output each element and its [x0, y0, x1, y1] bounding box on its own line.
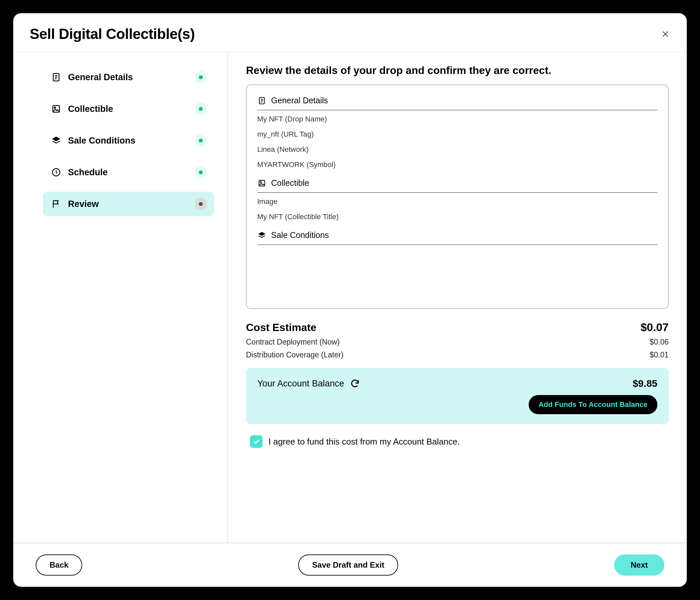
balance-amount: $9.85 [633, 378, 657, 389]
review-section-collectible: Collectible [257, 175, 657, 193]
review-section-title: General Details [271, 96, 328, 105]
step-status-complete [195, 103, 207, 115]
review-line: Image [257, 193, 657, 208]
add-funds-button[interactable]: Add Funds To Account Balance [529, 395, 657, 414]
main-content[interactable]: Review the details of your drop and conf… [228, 52, 687, 543]
modal-body: General Details Collectible Sale Conditi… [13, 52, 687, 543]
review-heading: Review the details of your drop and conf… [246, 64, 669, 77]
sidebar-item-label: General Details [68, 72, 195, 82]
close-button[interactable] [660, 29, 670, 39]
sidebar-item-label: Review [68, 199, 195, 209]
save-draft-button[interactable]: Save Draft and Exit [298, 554, 398, 576]
refresh-icon [350, 379, 360, 388]
review-section-title: Sale Conditions [271, 230, 329, 240]
sidebar-item-label: Collectible [68, 104, 195, 114]
step-status-complete [195, 71, 207, 83]
cost-estimate-row: Cost Estimate $0.07 [246, 321, 669, 334]
svg-point-2 [54, 107, 55, 108]
balance-label-group: Your Account Balance [257, 379, 360, 389]
cost-detail-row: Distribution Coverage (Later) $0.01 [246, 350, 669, 359]
review-line: My NFT (Drop Name) [257, 110, 657, 125]
modal-footer: Back Save Draft and Exit Next [13, 543, 687, 587]
cost-detail-value: $0.06 [649, 338, 669, 346]
check-icon [252, 438, 260, 446]
modal-title: Sell Digital Collectible(s) [30, 26, 195, 42]
agree-text: I agree to fund this cost from my Accoun… [269, 437, 460, 447]
cost-detail-value: $0.01 [649, 350, 669, 359]
agree-row: I agree to fund this cost from my Accoun… [246, 435, 669, 454]
cost-estimate-total: $0.07 [641, 321, 669, 334]
review-summary-box[interactable]: General Details My NFT (Drop Name) my_nf… [246, 84, 669, 309]
sidebar-item-review[interactable]: Review [43, 192, 214, 216]
step-status-complete [195, 134, 207, 147]
clock-icon [50, 166, 62, 178]
sidebar-item-general-details[interactable]: General Details [43, 65, 214, 89]
cost-estimate-title: Cost Estimate [246, 321, 316, 334]
review-section-sale-conditions: Sale Conditions [257, 227, 657, 245]
modal-header: Sell Digital Collectible(s) [13, 13, 687, 52]
account-balance-box: Your Account Balance $9.85 Add Funds To … [246, 368, 669, 424]
sidebar-item-label: Sale Conditions [68, 136, 195, 146]
svg-point-6 [260, 182, 261, 183]
layers-icon [50, 135, 62, 147]
sidebar-item-collectible[interactable]: Collectible [43, 97, 214, 121]
review-line: MYARTWORK (Symbol) [257, 156, 657, 171]
close-icon [661, 30, 670, 38]
review-line: Linea (Network) [257, 140, 657, 156]
sidebar-item-sale-conditions[interactable]: Sale Conditions [43, 128, 214, 153]
review-line: My NFT (Collectible Title) [257, 208, 657, 223]
review-section-title: Collectible [271, 178, 309, 188]
cost-detail-label: Distribution Coverage (Later) [246, 350, 343, 359]
step-status-complete [195, 166, 207, 179]
back-button[interactable]: Back [36, 554, 82, 576]
sidebar-item-label: Schedule [68, 167, 195, 178]
next-button[interactable]: Next [614, 554, 664, 576]
sidebar-item-schedule[interactable]: Schedule [43, 160, 214, 184]
refresh-button[interactable] [350, 379, 360, 388]
review-section-general: General Details [257, 93, 657, 110]
review-line: my_nft (URL Tag) [257, 125, 657, 140]
flag-icon [50, 198, 62, 210]
step-status-current [195, 198, 207, 210]
agree-checkbox[interactable] [250, 435, 262, 448]
layers-icon [257, 231, 267, 240]
balance-top-row: Your Account Balance $9.85 [257, 378, 657, 389]
image-icon [257, 179, 267, 188]
document-icon [257, 96, 267, 105]
document-icon [50, 71, 62, 83]
image-icon [50, 103, 62, 115]
modal: Sell Digital Collectible(s) General Deta… [13, 13, 687, 587]
cost-detail-label: Contract Deployment (Now) [246, 338, 340, 346]
balance-label: Your Account Balance [257, 379, 344, 389]
cost-detail-row: Contract Deployment (Now) $0.06 [246, 338, 669, 346]
sidebar: General Details Collectible Sale Conditi… [13, 52, 228, 543]
